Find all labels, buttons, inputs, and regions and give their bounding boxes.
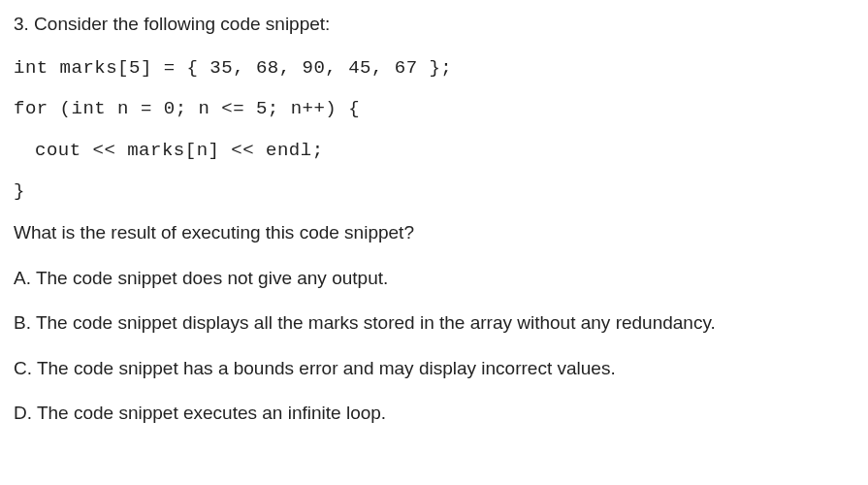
option-d: D. The code snippet executes an infinite… bbox=[14, 401, 854, 427]
option-a: A. The code snippet does not give any ou… bbox=[14, 266, 854, 292]
option-b: B. The code snippet displays all the mar… bbox=[14, 310, 854, 337]
code-line-1: int marks[5] = { 35, 68, 90, 45, 67 }; bbox=[14, 55, 854, 81]
sub-question: What is the result of executing this cod… bbox=[14, 220, 854, 246]
code-line-3: cout << marks[n] << endl; bbox=[14, 138, 854, 164]
option-c: C. The code snippet has a bounds error a… bbox=[14, 356, 854, 382]
code-line-4: } bbox=[14, 178, 854, 205]
question-prompt: 3. Consider the following code snippet: bbox=[14, 12, 854, 38]
code-snippet: int marks[5] = { 35, 68, 90, 45, 67 }; f… bbox=[14, 55, 854, 205]
code-line-2: for (int n = 0; n <= 5; n++) { bbox=[14, 96, 854, 122]
